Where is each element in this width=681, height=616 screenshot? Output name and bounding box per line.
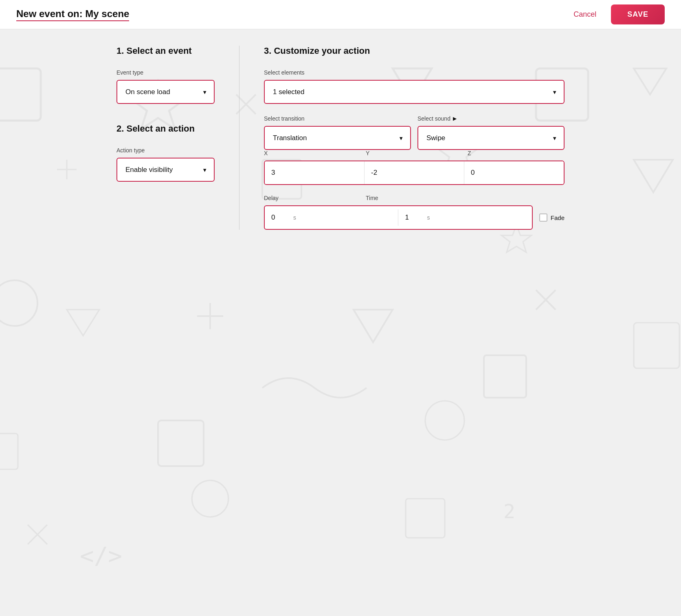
step2-title: 2. Select an action [116, 123, 215, 134]
y-input[interactable] [364, 161, 464, 184]
svg-marker-10 [67, 310, 99, 336]
save-button[interactable]: SAVE [611, 4, 665, 24]
step1-title: 1. Select an event [116, 46, 215, 56]
xyz-labels: X Y Z [264, 150, 565, 156]
sound-select[interactable]: Swipe Click Pop None [417, 126, 565, 150]
two-column-layout: 1. Select an event Event type On scene l… [116, 46, 565, 230]
delay-input[interactable] [265, 206, 293, 229]
svg-marker-28 [634, 68, 666, 95]
delay-label: Delay [264, 195, 361, 201]
svg-rect-3 [158, 420, 204, 466]
svg-rect-0 [0, 68, 41, 121]
header: New event on: My scene Cancel SAVE [0, 0, 681, 29]
step1-section: 1. Select an event Event type On scene l… [116, 46, 215, 104]
svg-line-17 [28, 525, 47, 544]
svg-rect-4 [0, 433, 18, 469]
main-content: </> 2 1. Select an event Event [0, 29, 681, 616]
xyz-inputs [264, 161, 565, 185]
svg-line-15 [536, 290, 556, 310]
transition-sound-labels: Select transition Select sound ▶ [264, 115, 565, 122]
delay-time-combined: s s [264, 205, 533, 230]
cancel-button[interactable]: Cancel [567, 7, 603, 22]
svg-marker-27 [634, 160, 673, 192]
step3-title: 3. Customize your action [264, 46, 565, 56]
select-elements-select[interactable]: 1 selected 2 selected All [264, 80, 565, 104]
svg-line-16 [536, 290, 556, 310]
select-elements-label: Select elements [264, 69, 565, 76]
time-input[interactable] [398, 206, 427, 229]
delay-field: s [265, 206, 398, 229]
time-label: Time [366, 195, 463, 201]
select-elements-select-wrapper: 1 selected 2 selected All ▼ [264, 80, 565, 104]
event-type-field: Event type On scene load On click On hov… [116, 69, 215, 104]
action-type-field: Action type Enable visibility Disable vi… [116, 147, 215, 182]
fade-checkbox[interactable] [539, 213, 547, 222]
step2-section: 2. Select an action Action type Enable v… [116, 123, 215, 182]
z-input[interactable] [464, 161, 564, 184]
play-icon: ▶ [453, 116, 457, 121]
action-type-select-wrapper: Enable visibility Disable visibility Mov… [116, 158, 215, 182]
sound-select-wrapper: Swipe Click Pop None ▼ [417, 126, 565, 150]
x-input[interactable] [265, 161, 364, 184]
header-actions: Cancel SAVE [567, 4, 665, 24]
fade-section: Fade [539, 213, 565, 222]
svg-marker-9 [354, 310, 393, 342]
delay-time-labels: Delay Time [264, 195, 565, 201]
action-type-label: Action type [116, 147, 215, 154]
svg-rect-5 [484, 355, 526, 398]
svg-text:</>: </> [80, 542, 122, 570]
event-type-label: Event type [116, 69, 215, 76]
transition-sound-dropdowns: Translation Rotation Scale Opacity ▼ Swi… [264, 126, 565, 150]
svg-rect-25 [406, 499, 445, 538]
action-type-select[interactable]: Enable visibility Disable visibility Mov… [116, 158, 215, 182]
transition-select-wrapper: Translation Rotation Scale Opacity ▼ [264, 126, 411, 150]
x-label: X [264, 150, 361, 156]
svg-point-26 [192, 480, 228, 517]
delay-time-fade-row: s s Fade [264, 205, 565, 230]
svg-point-11 [0, 280, 37, 326]
svg-line-18 [28, 525, 47, 544]
svg-rect-29 [634, 323, 679, 368]
select-sound-label: Select sound ▶ [417, 115, 565, 122]
left-column: 1. Select an event Event type On scene l… [116, 46, 239, 230]
delay-unit: s [293, 214, 300, 221]
select-transition-label: Select transition [264, 115, 411, 122]
z-label: Z [468, 150, 565, 156]
transition-select[interactable]: Translation Rotation Scale Opacity [264, 126, 411, 150]
time-unit: s [427, 214, 434, 221]
right-column: 3. Customize your action Select elements… [239, 46, 565, 230]
event-type-select[interactable]: On scene load On click On hover On key p… [116, 80, 215, 104]
svg-text:2: 2 [503, 500, 515, 523]
select-elements-field: Select elements 1 selected 2 selected Al… [264, 69, 565, 104]
svg-point-12 [425, 401, 464, 440]
time-field: s [398, 206, 532, 229]
fade-label: Fade [551, 214, 565, 221]
y-label: Y [366, 150, 463, 156]
page-title: New event on: My scene [16, 8, 129, 21]
event-type-select-wrapper: On scene load On click On hover On key p… [116, 80, 215, 104]
